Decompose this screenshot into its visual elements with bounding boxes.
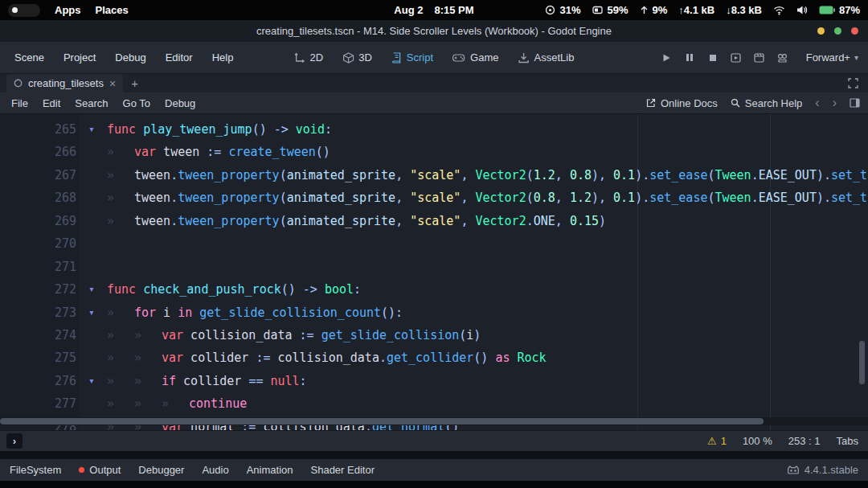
history-back-button[interactable]: ‹ bbox=[815, 96, 819, 109]
distraction-free-button[interactable] bbox=[848, 78, 868, 88]
vertical-scrollbar-thumb[interactable] bbox=[859, 341, 865, 384]
code-line[interactable]: 269»tween.tween_property(animated_sprite… bbox=[0, 210, 868, 232]
indentation-type[interactable]: Tabs bbox=[837, 435, 858, 447]
menu-help[interactable]: Help bbox=[209, 49, 237, 66]
battery-indicator[interactable]: 87% bbox=[819, 4, 860, 16]
play-scene-button[interactable] bbox=[730, 51, 743, 64]
history-forward-button[interactable]: › bbox=[833, 96, 837, 109]
version-info[interactable]: 4.4.1.stable bbox=[787, 464, 858, 476]
tab-indent-marker: » bbox=[107, 370, 134, 392]
code-line[interactable]: 267»tween.tween_property(animated_sprite… bbox=[0, 164, 868, 187]
scripts-panel-toggle-icon[interactable] bbox=[850, 98, 860, 108]
clock[interactable]: Aug 2 8:15 PM bbox=[394, 4, 473, 16]
output-tab[interactable]: Output bbox=[79, 464, 121, 476]
wifi-icon[interactable] bbox=[773, 6, 785, 15]
renderer-dropdown[interactable]: Forward+ ▾ bbox=[806, 51, 858, 64]
tab-indent-marker: » bbox=[134, 370, 162, 392]
volume-icon[interactable] bbox=[796, 5, 808, 15]
code-line[interactable]: 271 bbox=[0, 256, 868, 278]
workspace-assetlib-button[interactable]: AssetLib bbox=[518, 51, 575, 64]
indicator-device-battery[interactable]: 59% bbox=[592, 4, 628, 16]
tab-close-icon[interactable]: × bbox=[109, 78, 116, 89]
search-help-button[interactable]: Search Help bbox=[731, 97, 803, 109]
warnings-indicator[interactable]: ⚠ 1 bbox=[707, 435, 727, 447]
fold-arrow-icon[interactable]: ▾ bbox=[76, 278, 107, 301]
code-text: »tween.tween_property(animated_sprite, "… bbox=[107, 210, 606, 232]
tab-indent-marker: » bbox=[107, 392, 134, 415]
workspace-label: AssetLib bbox=[534, 51, 575, 64]
tab-indent-marker: » bbox=[162, 392, 189, 415]
code-line[interactable]: 268»tween.tween_property(animated_sprite… bbox=[0, 187, 868, 209]
indicator-label: ↓8.3 kB bbox=[726, 4, 762, 16]
code-text: func play_tween_jump() -> void: bbox=[107, 118, 332, 141]
audio-tab[interactable]: Audio bbox=[202, 464, 228, 476]
workspace-3d-button[interactable]: 3D bbox=[342, 51, 372, 64]
animation-tab[interactable]: Animation bbox=[247, 464, 293, 476]
filesystem-tab[interactable]: FileSystem bbox=[10, 464, 61, 476]
workspace-script-button[interactable]: Script bbox=[391, 51, 433, 64]
maximize-button[interactable] bbox=[834, 27, 841, 35]
menu-debug[interactable]: Debug bbox=[112, 49, 149, 66]
code-lines: 265▾func play_tween_jump() -> void:266»v… bbox=[0, 114, 868, 430]
fold-arrow-icon[interactable]: ▾ bbox=[76, 370, 107, 392]
fold-arrow-icon[interactable]: ▾ bbox=[76, 118, 107, 141]
battery-icon bbox=[819, 6, 835, 14]
indicator-download[interactable]: ↓8.3 kB bbox=[726, 4, 762, 16]
indicator-upload[interactable]: ↑4.1 kB bbox=[678, 4, 714, 16]
code-editor[interactable]: 265▾func play_tween_jump() -> void:266»v… bbox=[0, 114, 868, 430]
workspace-2d-button[interactable]: 2D bbox=[294, 51, 324, 64]
menu-file[interactable]: File bbox=[11, 97, 28, 109]
horizontal-scrollbar-thumb[interactable] bbox=[0, 418, 764, 424]
code-line[interactable]: 272▾func check_and_push_rock() -> bool: bbox=[0, 278, 868, 301]
debugger-tab[interactable]: Debugger bbox=[138, 464, 184, 476]
scene-icon bbox=[14, 79, 23, 88]
menu-search[interactable]: Search bbox=[75, 97, 108, 109]
play-custom-scene-button[interactable] bbox=[753, 51, 766, 64]
menu-scene[interactable]: Scene bbox=[11, 49, 47, 66]
code-line[interactable]: 273▾»for i in get_slide_collision_count(… bbox=[0, 301, 868, 324]
movie-maker-button[interactable] bbox=[776, 51, 789, 64]
menu-goto[interactable]: Go To bbox=[123, 97, 150, 109]
assetlib-icon bbox=[518, 52, 530, 64]
code-text: »tween.tween_property(animated_sprite, "… bbox=[107, 164, 868, 187]
code-line[interactable]: 277»»»continue bbox=[0, 392, 868, 415]
fold-gutter bbox=[76, 232, 107, 255]
workspace-game-button[interactable]: Game bbox=[452, 51, 498, 64]
warning-count: 1 bbox=[721, 435, 727, 447]
minimize-button[interactable] bbox=[817, 27, 825, 35]
tab-indent-marker: » bbox=[107, 301, 134, 324]
scene-tab-creating-tilesets[interactable]: creating_tilesets × bbox=[6, 74, 123, 92]
scripts-panel-expand-button[interactable]: › bbox=[6, 433, 23, 449]
stop-button[interactable] bbox=[706, 51, 719, 64]
fold-arrow-icon[interactable]: ▾ bbox=[76, 301, 107, 324]
online-docs-button[interactable]: Online Docs bbox=[646, 97, 718, 109]
code-line[interactable]: 265▾func play_tween_jump() -> void: bbox=[0, 118, 868, 141]
places-menu[interactable]: Places bbox=[96, 4, 129, 16]
code-text: »var tween := create_tween() bbox=[107, 141, 330, 163]
zoom-level[interactable]: 100 % bbox=[743, 435, 772, 447]
code-line[interactable]: 276▾»»if collider == null: bbox=[0, 370, 868, 392]
code-line[interactable]: 275»»var collider := collision_data.get_… bbox=[0, 347, 868, 369]
search-icon bbox=[731, 98, 740, 108]
play-button[interactable] bbox=[660, 51, 673, 64]
code-line[interactable]: 274»»var collision_data := get_slide_col… bbox=[0, 324, 868, 347]
code-text: »»var collision_data := get_slide_collis… bbox=[107, 324, 481, 347]
distro-menu-button[interactable] bbox=[8, 4, 40, 17]
pause-button[interactable] bbox=[683, 51, 696, 64]
indicator-cpu[interactable]: 9% bbox=[640, 4, 668, 16]
globe-icon bbox=[545, 5, 555, 15]
menu-project[interactable]: Project bbox=[60, 49, 99, 66]
add-scene-tab-button[interactable]: + bbox=[131, 76, 138, 90]
menu-edit[interactable]: Edit bbox=[43, 97, 60, 109]
menu-editor[interactable]: Editor bbox=[162, 49, 196, 66]
code-line[interactable]: 270 bbox=[0, 232, 868, 255]
menu-script-debug[interactable]: Debug bbox=[165, 97, 195, 109]
shader-editor-tab[interactable]: Shader Editor bbox=[311, 464, 375, 476]
close-button[interactable] bbox=[851, 27, 858, 35]
line-number: 274 bbox=[0, 324, 76, 347]
chevron-down-icon: ▾ bbox=[854, 53, 858, 62]
apps-menu[interactable]: Apps bbox=[55, 4, 81, 16]
fold-gutter bbox=[76, 187, 107, 209]
indicator-network[interactable]: 31% bbox=[545, 4, 580, 16]
code-line[interactable]: 266»var tween := create_tween() bbox=[0, 141, 868, 163]
